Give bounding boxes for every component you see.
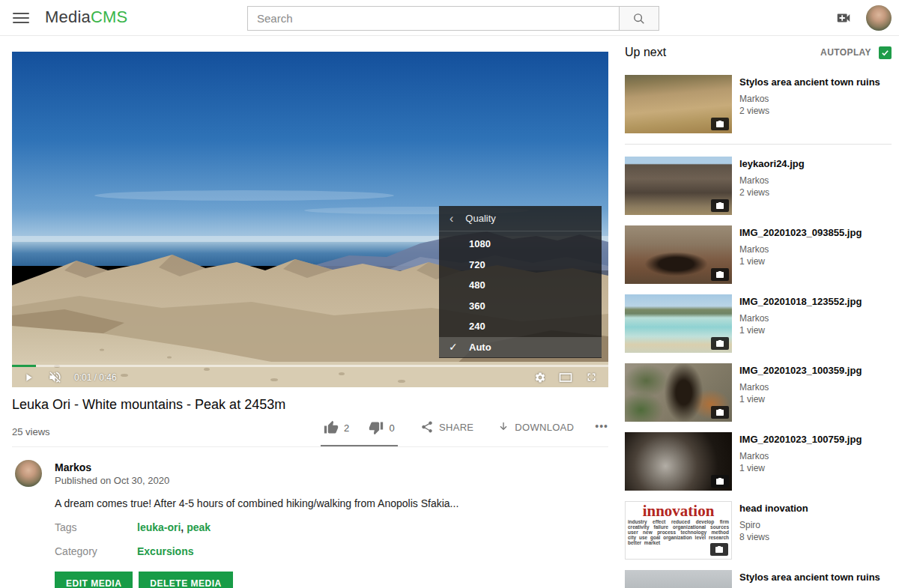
search-icon xyxy=(632,12,646,25)
fullscreen-icon[interactable] xyxy=(585,371,598,384)
quality-option-1080[interactable]: 1080 xyxy=(439,234,602,255)
thumb-down-icon xyxy=(369,420,384,435)
quality-menu-title: Quality xyxy=(465,213,495,224)
camera-icon xyxy=(715,408,724,417)
media-description: A dream comes true! After 4-5 hours of c… xyxy=(55,497,458,509)
camera-badge xyxy=(711,118,729,130)
camera-icon xyxy=(715,339,724,348)
video-thumbnail[interactable] xyxy=(625,363,732,422)
video-player[interactable]: ‹ Quality 1080 720 480 360 240 ✓ Auto 0:… xyxy=(12,52,608,387)
quality-option-240[interactable]: 240 xyxy=(439,316,602,337)
edit-media-button[interactable]: EDIT MEDIA xyxy=(55,572,133,588)
video-views: 2 views xyxy=(739,187,805,198)
list-item[interactable]: IMG_20201023_100759.jpg Markos 1 view xyxy=(625,432,892,491)
list-item[interactable]: IMG_20201018_123552.jpg Markos 1 view xyxy=(625,294,892,353)
video-thumbnail[interactable]: innovation industry effect reduced devel… xyxy=(625,501,732,560)
app-logo[interactable]: MediaCMS xyxy=(45,7,127,27)
category-label: Category xyxy=(55,545,97,557)
upload-media-icon[interactable] xyxy=(835,10,853,29)
dislike-button[interactable]: 0 xyxy=(369,420,395,435)
volume-muted-icon[interactable] xyxy=(48,370,62,384)
video-title[interactable]: leykaori24.jpg xyxy=(739,158,805,170)
list-item[interactable]: Stylos area ancient town ruins xyxy=(625,570,892,588)
video-title[interactable]: IMG_20201023_093855.jpg xyxy=(739,227,862,239)
camera-badge xyxy=(711,475,729,488)
download-icon xyxy=(497,420,509,434)
settings-icon[interactable] xyxy=(534,372,546,384)
video-views: 1 view xyxy=(739,255,862,267)
like-count: 2 xyxy=(344,422,350,434)
tags-label: Tags xyxy=(55,521,77,533)
top-bar: MediaCMS xyxy=(0,0,899,36)
camera-icon xyxy=(715,477,724,486)
video-title[interactable]: IMG_20201023_100359.jpg xyxy=(739,365,862,377)
video-views: 1 view xyxy=(739,462,862,474)
video-thumbnail[interactable] xyxy=(625,75,732,133)
time-display: 0:01 / 0:46 xyxy=(74,372,117,383)
quality-option-480[interactable]: 480 xyxy=(439,275,602,296)
video-thumbnail[interactable] xyxy=(625,157,732,215)
search-bar xyxy=(247,6,659,31)
video-author: Spiro xyxy=(739,519,808,531)
download-button[interactable]: DOWNLOAD xyxy=(497,416,574,434)
quality-option-auto[interactable]: ✓ Auto xyxy=(439,337,602,358)
video-author: Markos xyxy=(739,450,862,462)
quality-option-720[interactable]: 720 xyxy=(439,255,602,276)
back-chevron-icon: ‹ xyxy=(450,212,453,225)
delete-media-button[interactable]: DELETE MEDIA xyxy=(139,572,232,588)
tag-separator: , xyxy=(181,521,184,533)
camera-badge xyxy=(711,337,729,350)
autoplay-checkbox[interactable] xyxy=(879,46,892,59)
quality-menu-back[interactable]: ‹ Quality xyxy=(439,206,602,231)
camera-icon xyxy=(715,270,724,279)
play-button[interactable] xyxy=(22,372,34,384)
theater-mode-icon[interactable] xyxy=(558,372,573,384)
more-icon: ••• xyxy=(595,420,608,432)
video-title[interactable]: IMG_20201018_123552.jpg xyxy=(739,296,862,308)
video-author: Markos xyxy=(739,175,805,187)
video-title[interactable]: Stylos area ancient town ruins xyxy=(739,76,880,88)
quality-menu: ‹ Quality 1080 720 480 360 240 ✓ Auto xyxy=(439,206,602,358)
video-title[interactable]: IMG_20201023_100759.jpg xyxy=(739,434,862,446)
share-button[interactable]: SHARE xyxy=(420,416,473,434)
video-author: Markos xyxy=(739,381,862,393)
video-author: Markos xyxy=(739,312,862,324)
video-thumbnail[interactable] xyxy=(625,294,732,353)
video-thumbnail[interactable] xyxy=(625,225,732,284)
tag-link-peak[interactable]: peak xyxy=(187,521,211,533)
quality-option-360[interactable]: 360 xyxy=(439,296,602,317)
autoplay-label: AUTOPLAY xyxy=(820,47,871,58)
sidebar-divider xyxy=(625,144,892,145)
thumb-up-icon xyxy=(324,420,339,435)
tag-link-leuka-ori[interactable]: leuka-ori xyxy=(137,521,181,533)
more-options-button[interactable]: ••• xyxy=(595,416,608,432)
author-avatar[interactable] xyxy=(15,460,42,487)
category-link-excursions[interactable]: Excursions xyxy=(137,545,193,557)
user-avatar[interactable] xyxy=(866,5,892,31)
player-controls: 0:01 / 0:46 xyxy=(12,367,608,387)
list-item[interactable]: IMG_20201023_093855.jpg Markos 1 view xyxy=(625,225,892,284)
video-thumbnail[interactable] xyxy=(625,570,732,588)
menu-icon[interactable] xyxy=(13,10,29,25)
view-count: 25 views xyxy=(12,426,50,437)
camera-badge xyxy=(711,199,729,212)
video-title[interactable]: Stylos area ancient town ruins xyxy=(739,572,880,584)
like-button[interactable]: 2 xyxy=(324,420,350,435)
list-item[interactable]: Stylos area ancient town ruins Markos 2 … xyxy=(625,75,892,133)
list-item[interactable]: leykaori24.jpg Markos 2 views xyxy=(625,157,892,215)
video-views: 1 view xyxy=(739,324,862,336)
media-actions: 2 0 SHARE DOWNLOAD ••• xyxy=(321,416,608,446)
video-author: Markos xyxy=(739,93,880,105)
video-title[interactable]: head inovation xyxy=(739,503,808,515)
check-icon xyxy=(880,48,890,58)
search-button[interactable] xyxy=(620,6,659,31)
video-thumbnail[interactable] xyxy=(625,432,732,491)
list-item[interactable]: innovation industry effect reduced devel… xyxy=(625,501,892,560)
author-name[interactable]: Markos xyxy=(55,461,91,473)
logo-cms-text: CMS xyxy=(91,7,128,26)
quality-options: 1080 720 480 360 240 ✓ Auto xyxy=(439,231,602,357)
list-item[interactable]: IMG_20201023_100359.jpg Markos 1 view xyxy=(625,363,892,422)
category-value: Excursions xyxy=(137,545,193,557)
search-input[interactable] xyxy=(247,6,620,31)
tags-values: leuka-ori, peak xyxy=(137,521,211,533)
